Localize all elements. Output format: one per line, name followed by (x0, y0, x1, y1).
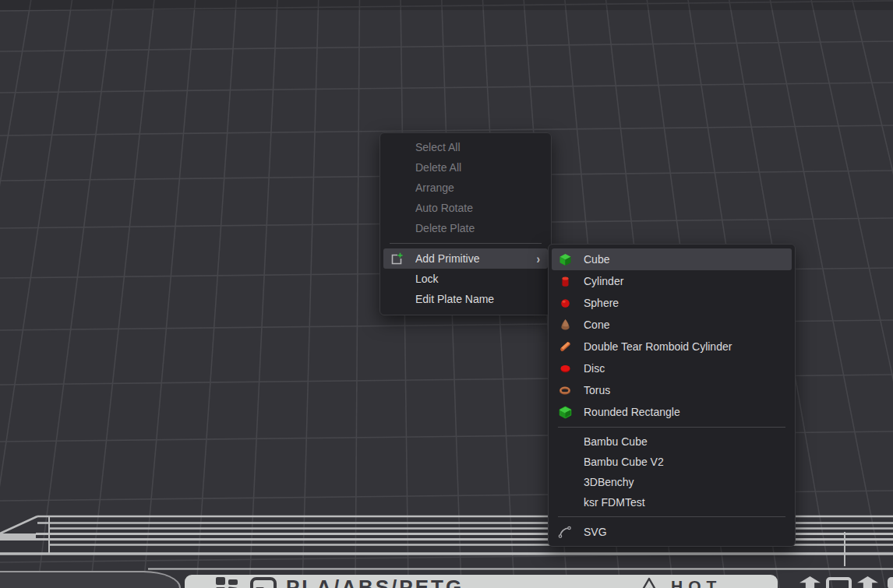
menu-item-label: Delete Plate (415, 222, 548, 234)
menu-separator (558, 427, 785, 428)
submenu-item-double-tear-romboid-cylinder[interactable]: Double Tear Romboid Cylinder (552, 336, 792, 357)
submenu-arrow-icon: › (537, 252, 541, 266)
submenu-item-label: Cylinder (584, 275, 792, 287)
submenu-item-rounded-rectangle[interactable]: Rounded Rectangle (552, 401, 792, 423)
submenu-item-label: Cone (584, 319, 792, 331)
plate-marking-edge-piece (888, 577, 893, 588)
submenu-item-label: 3DBenchy (584, 476, 792, 488)
submenu-item-cone[interactable]: Cone (552, 314, 792, 336)
plate-marking-bar: PLA/ABS/PETG HOT (185, 575, 778, 588)
submenu-item-label: Double Tear Romboid Cylinder (584, 340, 792, 353)
menu-item-delete-plate[interactable]: Delete Plate (383, 218, 548, 238)
add-primitive-submenu: Cube Cylinder Sphere (548, 244, 796, 547)
plate-rect-icon (826, 577, 852, 588)
3d-viewport[interactable]: PLA/ABS/PETG HOT Select All Delete All A… (0, 0, 893, 588)
submenu-item-label: SVG (584, 526, 792, 538)
menu-separator (558, 516, 785, 517)
menu-item-delete-all[interactable]: Delete All (383, 157, 548, 178)
cube-icon (556, 253, 574, 266)
hot-label: HOT (671, 577, 722, 588)
menu-item-label: Edit Plate Name (415, 293, 548, 305)
menu-item-auto-rotate[interactable]: Auto Rotate (383, 198, 548, 218)
menu-item-edit-plate-name[interactable]: Edit Plate Name (383, 289, 548, 309)
submenu-item-label: ksr FDMTest (584, 496, 792, 509)
submenu-item-label: Sphere (584, 297, 792, 309)
plate-maker-logo-icon (250, 577, 277, 588)
submenu-item-label: Bambu Cube V2 (584, 456, 792, 468)
bambu-logo-icon (216, 577, 239, 588)
svg-curve-icon (556, 526, 574, 538)
submenu-item-label: Rounded Rectangle (584, 406, 792, 418)
submenu-item-label: Disc (584, 362, 792, 375)
rounded-rectangle-icon (556, 406, 574, 419)
menu-item-label: Arrange (415, 181, 548, 194)
disc-icon (556, 364, 574, 374)
submenu-item-cube[interactable]: Cube (552, 248, 792, 270)
plate-context-menu: Select All Delete All Arrange Auto Rotat… (379, 132, 552, 315)
romboid-cylinder-icon (556, 340, 574, 353)
menu-item-label: Select All (415, 141, 548, 153)
sphere-icon (556, 298, 574, 309)
submenu-item-torus[interactable]: Torus (552, 379, 792, 401)
hot-warning: HOT (638, 576, 722, 588)
torus-icon (556, 386, 574, 396)
menu-item-select-all[interactable]: Select All (383, 137, 548, 157)
submenu-item-bambu-cube[interactable]: Bambu Cube (552, 431, 792, 452)
add-primitive-icon (388, 252, 405, 266)
submenu-item-sphere[interactable]: Sphere (552, 292, 792, 314)
menu-item-label: Delete All (415, 161, 548, 174)
submenu-item-3dbenchy[interactable]: 3DBenchy (552, 472, 792, 492)
menu-item-label: Auto Rotate (415, 202, 548, 214)
submenu-item-cylinder[interactable]: Cylinder (552, 270, 792, 292)
menu-item-label: Lock (415, 273, 548, 285)
menu-item-arrange[interactable]: Arrange (383, 178, 548, 198)
plate-material-label: PLA/ABS/PETG (286, 576, 464, 588)
menu-item-lock[interactable]: Lock (383, 269, 548, 289)
plate-corner-tab (0, 571, 181, 588)
submenu-item-svg[interactable]: SVG (552, 521, 792, 543)
submenu-item-disc[interactable]: Disc (552, 357, 792, 379)
hot-surface-warning-icon (638, 576, 660, 588)
submenu-item-ksr-fdmtest[interactable]: ksr FDMTest (552, 492, 792, 512)
menu-item-label: Add Primitive (415, 252, 536, 265)
cylinder-icon (556, 275, 574, 288)
menu-item-add-primitive[interactable]: Add Primitive › (383, 248, 548, 269)
submenu-item-label: Bambu Cube (584, 435, 792, 448)
menu-separator (390, 243, 542, 244)
cone-icon (556, 319, 574, 331)
submenu-item-bambu-cube-v2[interactable]: Bambu Cube V2 (552, 452, 792, 472)
submenu-item-label: Torus (584, 384, 792, 396)
horizon-band (0, 0, 893, 10)
submenu-item-label: Cube (584, 253, 792, 266)
